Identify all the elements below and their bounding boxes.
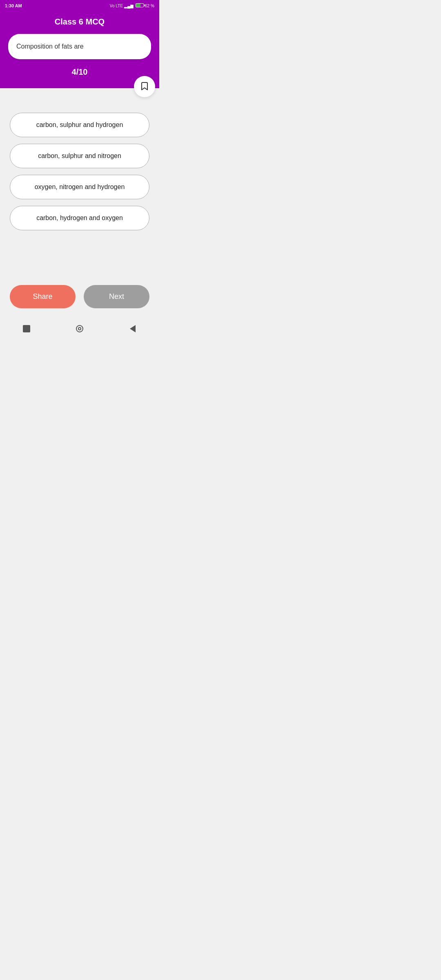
option-b[interactable]: carbon, sulphur and nitrogen [10, 144, 149, 168]
options-section: carbon, sulphur and hydrogen carbon, sul… [0, 88, 159, 240]
status-bar: 1:30 AM Vo LTE ▂▄▆ 62% [0, 0, 159, 11]
bookmark-button[interactable] [134, 76, 155, 97]
option-d[interactable]: carbon, hydrogen and oxygen [10, 206, 149, 230]
svg-point-1 [76, 325, 83, 332]
next-button[interactable]: Next [84, 285, 149, 308]
question-card: Composition of fats are [8, 34, 151, 59]
svg-point-2 [78, 327, 81, 330]
header-section: Class 6 MCQ Composition of fats are 4/10 [0, 11, 159, 88]
signal-icon: Vo LTE [110, 4, 123, 8]
nav-back-button[interactable] [127, 323, 138, 334]
app-title: Class 6 MCQ [55, 17, 105, 27]
svg-rect-0 [23, 325, 30, 332]
status-time: 1:30 AM [5, 3, 22, 8]
nav-bar [0, 316, 159, 343]
battery-percent: 62 [145, 4, 149, 8]
progress-row: 4/10 [8, 67, 151, 88]
bottom-buttons: Share Next [0, 273, 159, 316]
share-button[interactable]: Share [10, 285, 76, 308]
option-a[interactable]: carbon, sulphur and hydrogen [10, 113, 149, 137]
question-text: Composition of fats are [16, 43, 84, 50]
nav-home-button[interactable] [74, 323, 85, 334]
svg-marker-3 [130, 325, 136, 332]
option-c[interactable]: oxygen, nitrogen and hydrogen [10, 175, 149, 199]
battery-indicator [135, 3, 144, 8]
status-icons: Vo LTE ▂▄▆ 62% [110, 3, 154, 8]
bookmark-icon [140, 81, 149, 92]
progress-text: 4/10 [72, 67, 88, 77]
nav-square-button[interactable] [21, 323, 32, 334]
wifi-icon: ▂▄▆ [124, 4, 134, 8]
